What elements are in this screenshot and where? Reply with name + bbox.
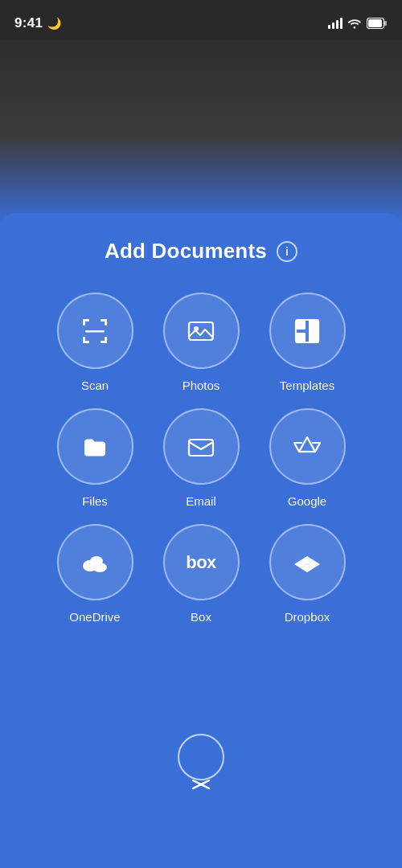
close-button[interactable] (178, 734, 224, 780)
onedrive-label: OneDrive (69, 610, 120, 624)
templates-option[interactable]: Templates (260, 293, 354, 392)
files-circle (57, 408, 133, 485)
svg-point-23 (84, 560, 96, 568)
svg-rect-10 (105, 337, 107, 343)
page-title: Add Documents (105, 239, 267, 264)
wifi-icon (347, 18, 362, 29)
svg-rect-12 (189, 322, 213, 340)
moon-icon: 🌙 (47, 17, 61, 30)
scan-icon (79, 315, 111, 347)
box-logo: box (186, 552, 216, 573)
google-circle (269, 408, 346, 485)
templates-circle (269, 293, 346, 369)
scan-label: Scan (81, 379, 109, 392)
onedrive-icon (79, 547, 111, 579)
svg-rect-11 (85, 330, 105, 333)
info-label: i (285, 245, 289, 258)
google-label: Google (288, 494, 326, 508)
options-grid: Scan Photos Tem (40, 293, 362, 624)
close-x-icon (190, 777, 212, 792)
svg-rect-8 (83, 337, 85, 343)
onedrive-option[interactable]: OneDrive (48, 524, 142, 624)
svg-rect-15 (296, 320, 306, 330)
svg-rect-16 (296, 333, 306, 342)
email-option[interactable]: Email (154, 408, 248, 508)
svg-rect-6 (105, 319, 107, 326)
svg-rect-2 (368, 19, 382, 27)
files-icon (79, 431, 111, 463)
close-area (178, 734, 224, 792)
photos-label: Photos (183, 379, 220, 392)
status-bar: 9:41 🌙 (0, 0, 402, 40)
photos-option[interactable]: Photos (154, 293, 248, 392)
photos-circle (163, 293, 240, 369)
google-drive-icon (291, 431, 323, 463)
email-circle (163, 408, 240, 485)
dropbox-option[interactable]: Dropbox (260, 524, 354, 624)
email-label: Email (186, 494, 216, 508)
info-badge[interactable]: i (277, 241, 297, 262)
email-icon (185, 431, 217, 463)
scan-circle (57, 293, 133, 369)
svg-rect-1 (384, 21, 387, 26)
dropbox-icon (291, 547, 323, 579)
status-time: 9:41 (14, 15, 43, 31)
templates-icon (291, 315, 323, 347)
svg-rect-4 (83, 319, 85, 326)
google-option[interactable]: Google (260, 408, 354, 508)
files-option[interactable]: Files (48, 408, 142, 508)
battery-icon (367, 18, 388, 29)
templates-label: Templates (280, 379, 334, 392)
dropbox-label: Dropbox (285, 610, 330, 624)
scan-option[interactable]: Scan (48, 293, 142, 392)
signal-bars-icon (328, 18, 343, 29)
box-circle: box (163, 524, 240, 600)
photos-icon (185, 315, 217, 347)
box-option[interactable]: box Box (154, 524, 248, 624)
status-icons (328, 18, 388, 29)
box-label: Box (191, 610, 211, 624)
dropbox-circle (269, 524, 346, 600)
svg-rect-17 (309, 320, 318, 342)
svg-rect-18 (189, 440, 213, 456)
title-row: Add Documents i (105, 239, 297, 264)
onedrive-circle (57, 524, 133, 600)
add-documents-modal: Add Documents i Scan (0, 213, 402, 868)
files-label: Files (82, 494, 108, 508)
